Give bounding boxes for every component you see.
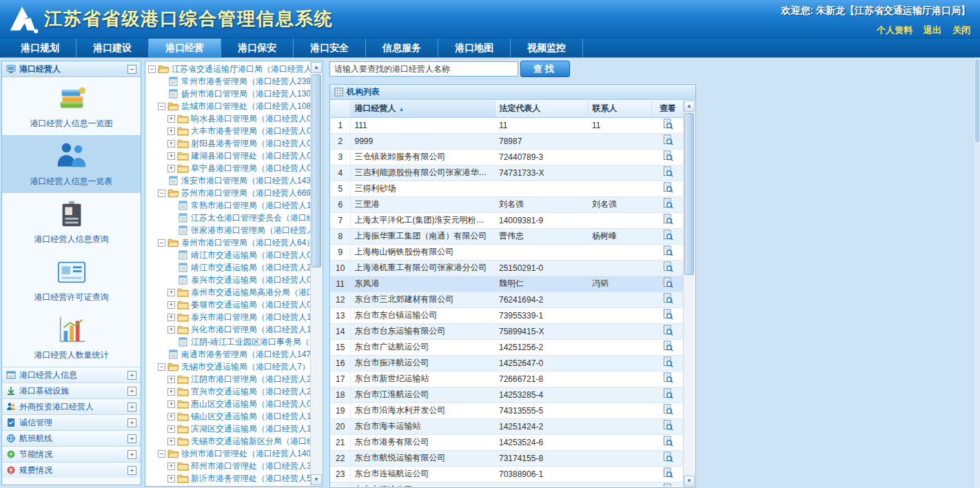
view-icon[interactable] xyxy=(662,356,673,367)
page-scrollbar[interactable] xyxy=(974,58,980,488)
column-header[interactable]: 法定代表人 xyxy=(495,101,588,117)
expand-button[interactable]: + xyxy=(127,403,136,411)
tree-item[interactable]: +泰州市交通运输局高港分局（港口经 xyxy=(147,286,310,298)
expand-expander-icon[interactable]: + xyxy=(167,301,175,309)
search-input[interactable] xyxy=(329,61,518,77)
table-scrollbar[interactable]: ▲ ▼ xyxy=(683,101,695,487)
collapse-expander-icon[interactable]: − xyxy=(158,190,165,197)
view-icon[interactable] xyxy=(662,150,673,161)
view-icon[interactable] xyxy=(662,404,673,415)
sidebar-panel[interactable]: 规费情况+ xyxy=(2,462,141,478)
tree-item[interactable]: +惠山区交通运输局（港口经营人0） xyxy=(147,398,310,410)
expand-button[interactable]: + xyxy=(127,434,136,443)
expand-expander-icon[interactable]: + xyxy=(167,388,175,396)
table-row[interactable]: 5三得利砂场 xyxy=(331,181,684,196)
tree-item[interactable]: +兴化市港口管理局（港口经营人1） xyxy=(147,323,310,336)
sidebar-panel[interactable]: 节能情况+ xyxy=(2,446,141,462)
view-icon[interactable] xyxy=(662,451,673,462)
tree-item[interactable]: 靖江市交通运输局（港口经营人0） xyxy=(147,249,310,261)
table-row[interactable]: 22东台市航悦运输有限公司73174155-8 xyxy=(331,450,684,466)
expand-expander-icon[interactable]: + xyxy=(167,140,175,148)
sidebar-shortcut[interactable]: 港口经营人信息查询 xyxy=(2,193,141,251)
tree-item[interactable]: 张家港市港口管理局（港口经营人10 xyxy=(147,224,310,236)
tree-item[interactable]: 淮安市港口管理局（港口经营人143） xyxy=(147,174,310,187)
tree-item[interactable]: −无锡市交通运输局（港口经营人7） xyxy=(147,360,310,373)
view-icon[interactable] xyxy=(662,309,673,320)
tree-item[interactable]: +滨湖区交通运输局（港口经营人1） xyxy=(147,423,310,435)
view-icon[interactable] xyxy=(662,245,673,256)
tree-item[interactable]: −江苏省交通运输厅港口局（港口经营人200 xyxy=(147,63,310,75)
table-row[interactable]: 3三仓镇装卸服务有限公司72440789-3 xyxy=(331,149,684,165)
scroll-thumb[interactable] xyxy=(684,113,694,275)
collapse-expander-icon[interactable]: − xyxy=(148,65,156,73)
expand-expander-icon[interactable]: + xyxy=(167,128,175,135)
collapse-expander-icon[interactable]: − xyxy=(158,239,165,247)
view-icon[interactable] xyxy=(662,436,673,447)
user-link[interactable]: 退出 xyxy=(923,25,941,35)
view-icon[interactable] xyxy=(662,182,673,193)
table-row[interactable]: 12东台市三北郊建材有限公司76241694-2 xyxy=(331,292,684,307)
expand-expander-icon[interactable]: + xyxy=(167,152,175,160)
tree-item[interactable]: +阜宁县港口管理局（港口经营人0） xyxy=(147,162,310,174)
view-icon[interactable] xyxy=(662,340,673,352)
table-row[interactable]: 8上海振华重工集团（南通）有限公司曹伟忠杨树峰 xyxy=(331,228,684,244)
expand-button[interactable]: + xyxy=(127,387,136,396)
view-icon[interactable] xyxy=(662,198,673,209)
table-row[interactable]: 21东台市港务有限公司14253524-6 xyxy=(331,434,684,450)
tree-item[interactable]: +宜兴市交通运输局（港口经营人2） xyxy=(147,385,310,398)
tree-item[interactable]: +响水县港口管理局（港口经营人0） xyxy=(147,112,310,125)
tree-item[interactable]: 江苏太仓港口管理委员会（港口经营 xyxy=(147,212,310,224)
tree-item[interactable]: +射阳县港务管理局（港口经营人0） xyxy=(147,137,310,150)
expand-button[interactable]: + xyxy=(127,371,136,380)
nav-tab[interactable]: 港口规划 xyxy=(4,39,76,57)
table-row[interactable]: 16东台市振洋航运公司14252647-0 xyxy=(331,355,684,371)
sidebar-shortcut[interactable]: 港口经营人信息一览图 xyxy=(2,77,141,135)
collapse-expander-icon[interactable]: − xyxy=(158,103,165,110)
expand-button[interactable]: + xyxy=(127,466,136,475)
tree-item[interactable]: −盐城市港口管理处（港口经营人108） xyxy=(147,100,310,112)
table-row[interactable]: 19东台市沿海水利开发公司74313555-5 xyxy=(331,403,684,418)
sidebar-panel[interactable]: 诚信管理+ xyxy=(2,414,141,430)
tree-scrollbar[interactable]: ▲ ▼ xyxy=(310,62,322,485)
table-row[interactable]: 11东凤港魏明仁冯韬 xyxy=(331,276,684,292)
tree-item[interactable]: +新沂市港务管理处（港口经营人5） xyxy=(147,472,310,485)
tree-item[interactable]: +建湖县港口管理处（港口经营人0） xyxy=(147,150,310,162)
collapse-expander-icon[interactable]: − xyxy=(158,450,165,458)
scroll-down-arrow[interactable]: ▼ xyxy=(684,476,695,487)
tree-item[interactable]: +泰兴市港口管理局（港口经营人11） xyxy=(147,311,310,323)
table-row[interactable]: 20东台市海丰运输站14251424-2 xyxy=(331,418,684,434)
tree-item[interactable]: 江阴-靖江工业园区港口事务局（港口 xyxy=(147,336,310,348)
table-row[interactable]: 18东台市江淮航运公司14253285-4 xyxy=(331,387,684,403)
expand-expander-icon[interactable]: + xyxy=(167,475,175,482)
expand-expander-icon[interactable]: + xyxy=(167,413,175,420)
nav-tab[interactable]: 港口经营 xyxy=(149,39,221,57)
expand-expander-icon[interactable]: + xyxy=(167,438,175,445)
nav-tab[interactable]: 视频监控 xyxy=(511,39,583,57)
expand-expander-icon[interactable]: + xyxy=(167,314,175,321)
table-row[interactable]: 24东台市运输公司714 xyxy=(331,482,684,487)
view-icon[interactable] xyxy=(662,230,673,241)
collapse-expander-icon[interactable]: − xyxy=(158,363,165,371)
view-icon[interactable] xyxy=(662,483,673,487)
sidebar-panel[interactable]: 港口经营人信息+ xyxy=(2,367,141,383)
table-row[interactable]: 10上海港机重工有限公司张家港分公司25150291-0 xyxy=(331,260,684,276)
scroll-up-arrow[interactable]: ▲ xyxy=(311,62,322,73)
sidebar-shortcut[interactable]: 港口经营许可证查询 xyxy=(2,251,141,309)
sidebar-collapse-button[interactable]: − xyxy=(127,65,136,74)
table-row[interactable]: 23东台市连福航运公司70388906-1 xyxy=(331,466,684,482)
expand-expander-icon[interactable]: + xyxy=(167,425,175,433)
sidebar-shortcut[interactable]: 港口经营人数量统计 xyxy=(2,309,141,367)
table-row[interactable]: 7上海太平洋化工(集团)淮安元明粉有...14009381-9 xyxy=(331,212,684,228)
search-button[interactable]: 查找 xyxy=(520,61,570,77)
user-link[interactable]: 关闭 xyxy=(952,25,970,35)
table-row[interactable]: 4三吉利能源股份有限公司张家港华宇...74731733-X xyxy=(331,165,684,181)
table-row[interactable]: 2999978987 xyxy=(331,133,684,149)
table-row[interactable]: 13东台市东台镇运输公司73955339-1 xyxy=(331,307,684,323)
tree-item[interactable]: +锡山区交通运输局（港口经营人1） xyxy=(147,410,310,423)
tree-item[interactable]: 靖江市交通运输局（港口经营人26） xyxy=(147,261,310,274)
view-icon[interactable] xyxy=(662,388,673,399)
sidebar-shortcut[interactable]: 港口经营人信息一览表 xyxy=(2,135,141,193)
view-icon[interactable] xyxy=(662,420,673,431)
expand-button[interactable]: + xyxy=(127,450,136,459)
column-header[interactable]: 港口经营人▲ xyxy=(350,101,495,117)
